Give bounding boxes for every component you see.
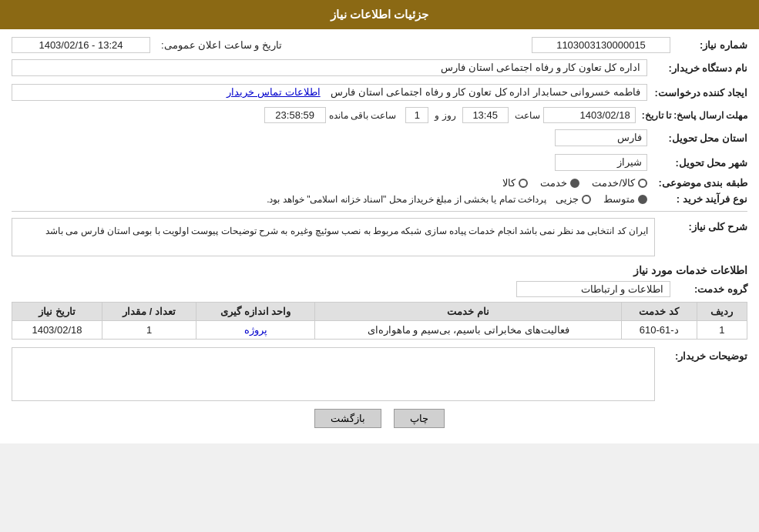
col-vahed: واحد اندازه گیری [196, 303, 315, 321]
namdastgah-label: نام دستگاه خریدار: [647, 62, 747, 74]
tosihaat-box [12, 347, 655, 401]
nofarayand-option-jozyi: جزیی [556, 193, 591, 205]
tabaqe-khadamat: خدمت [540, 177, 567, 189]
shomara-row: شماره نیاز: 1103003130000015 تاریخ و ساع… [12, 37, 747, 53]
ijadkonande-value: فاطمه خسروانی حسابدار اداره کل تعاون کار… [12, 84, 647, 101]
sharh-value: ایران کد انتخابی مد نظر نمی باشد انجام خ… [45, 226, 648, 236]
tarikh-label: تاریخ و ساعت اعلان عمومی: [161, 39, 282, 51]
shomara-value: 1103003130000015 [532, 37, 670, 53]
ijadkonande-row: ایجاد کننده درخواست: فاطمه خسروانی حسابد… [12, 82, 747, 102]
nofarayand-text: پرداخت تمام یا بخشی از مبلغ خریداز محل "… [267, 194, 546, 205]
tabaqe-label: طبقه بندی موضوعی: [647, 177, 747, 189]
mohlat-label: مهلت ارسال پاسخ: تا تاریخ: [636, 110, 747, 121]
col-tedad: تعداد / مقدار [102, 303, 196, 321]
mohlat-remain-value: 23:58:59 [264, 107, 326, 123]
sharh-label: شرح کلی نیاز: [655, 218, 747, 233]
shomara-label: شماره نیاز: [670, 39, 747, 51]
ostan-value: فارس [555, 129, 647, 146]
grooh-row: گروه خدمت: اطلاعات و ارتباطات [12, 281, 747, 297]
sharh-box: ایران کد انتخابی مد نظر نمی باشد انجام خ… [12, 218, 655, 256]
tabaqe-kala: کالا [502, 177, 516, 189]
nofarayand-option-motavaset: متوسط [603, 193, 647, 205]
ijadkonande-label: ایجاد کننده درخواست: [647, 87, 747, 99]
ostan-label: استان محل تحویل: [647, 132, 747, 144]
nofarayand-jozyi: جزیی [556, 193, 579, 205]
cell-0-3: پروژه [196, 321, 315, 340]
shahr-label: شهر محل تحویل: [647, 157, 747, 169]
tabaqe-kala-khadamat: کالا/خدمت [592, 177, 635, 189]
cell-0-2: فعالیت‌های مخابراتی باسیم، بی‌سیم و ماهو… [315, 321, 621, 340]
shahr-row: شهر محل تحویل: شیراز [12, 152, 747, 172]
cell-0-5: 1403/02/18 [12, 321, 102, 340]
tabaqe-option-kala: کالا [502, 177, 528, 189]
mohlat-remain-label: ساعت باقی مانده [329, 110, 397, 121]
mohlat-saat-label: ساعت [515, 110, 540, 121]
cell-0-4: 1 [102, 321, 196, 340]
grooh-label: گروه خدمت: [670, 283, 747, 295]
radio-khadamat-icon [570, 179, 579, 188]
mohlat-saat-value: 13:45 [462, 107, 509, 123]
radio-kala-icon [519, 179, 528, 188]
col-name: نام خدمت [315, 303, 621, 321]
divider-1 [12, 211, 747, 212]
back-button[interactable]: بازگشت [314, 409, 381, 428]
tarikh-value: 1403/02/16 - 13:24 [12, 37, 150, 53]
page-header: جزئیات اطلاعات نیاز [0, 0, 759, 29]
cell-0-0: 1 [697, 321, 747, 340]
tosihaat-section: توضیحات خریدار: [12, 347, 747, 401]
table-header-row: ردیف کد خدمت نام خدمت واحد اندازه گیری ت… [12, 303, 747, 321]
cell-0-1: د-61-610 [621, 321, 697, 340]
grooh-value: اطلاعات و ارتباطات [516, 281, 670, 297]
etelaat-link[interactable]: اطلاعات تماس خریدار [227, 86, 320, 98]
nofarayand-row: نوع فرآیند خرید : متوسط جزیی پرداخت تمام… [12, 193, 747, 205]
mohlat-rooz-value: 1 [405, 107, 428, 123]
col-tarikh: تاریخ نیاز [12, 303, 102, 321]
tabaqe-options: کالا/خدمت خدمت کالا [502, 177, 647, 189]
mohlat-rooz-label: روز و [435, 110, 455, 121]
khadamat-title: اطلاعات خدمات مورد نیاز [12, 264, 747, 276]
nofarayand-label: نوع فرآیند خرید : [647, 193, 747, 205]
nofarayand-options: متوسط جزیی [556, 193, 647, 205]
buttons-row: چاپ بازگشت [12, 409, 747, 428]
print-button[interactable]: چاپ [394, 409, 445, 428]
ostan-row: استان محل تحویل: فارس [12, 128, 747, 148]
table-row: 1د-61-610فعالیت‌های مخابراتی باسیم، بی‌س… [12, 321, 747, 340]
radio-kala-khadamat-icon [638, 179, 647, 188]
page-title: جزئیات اطلاعات نیاز [331, 8, 428, 21]
radio-jozyi-icon [582, 195, 591, 204]
services-table: ردیف کد خدمت نام خدمت واحد اندازه گیری ت… [12, 302, 747, 340]
radio-motavaset-icon [638, 195, 647, 204]
mohlat-row: مهلت ارسال پاسخ: تا تاریخ: 1403/02/18 سا… [12, 107, 747, 123]
mohlat-date: 1403/02/18 [543, 107, 636, 123]
col-radif: ردیف [697, 303, 747, 321]
shahr-value: شیراز [555, 154, 647, 171]
services-tbody: 1د-61-610فعالیت‌های مخابراتی باسیم، بی‌س… [12, 321, 747, 340]
namdastgah-row: نام دستگاه خریدار: اداره کل تعاون کار و … [12, 58, 747, 78]
nofarayand-motavaset: متوسط [603, 193, 635, 205]
sharh-section: شرح کلی نیاز: ایران کد انتخابی مد نظر نم… [12, 218, 747, 256]
tabaqe-option-kala-khadamat: کالا/خدمت [592, 177, 647, 189]
tabaqe-option-khadamat: خدمت [540, 177, 579, 189]
tosihaat-label: توضیحات خریدار: [655, 347, 747, 362]
col-kod: کد خدمت [621, 303, 697, 321]
namdastgah-value: اداره کل تعاون کار و رفاه اجتماعی استان … [12, 59, 647, 76]
tabaqe-row: طبقه بندی موضوعی: کالا/خدمت خدمت کالا [12, 177, 747, 189]
